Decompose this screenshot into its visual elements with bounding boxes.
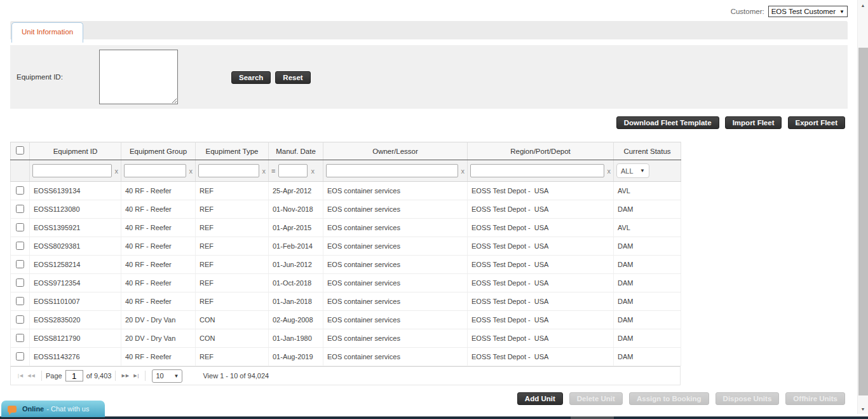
row-checkbox[interactable] bbox=[16, 223, 24, 231]
scrollbar-thumb[interactable] bbox=[858, 48, 868, 395]
scroll-down-icon[interactable]: ▼ bbox=[858, 404, 868, 414]
units-table: Equipment ID Equipment Group Equpiment T… bbox=[10, 142, 681, 366]
table-row[interactable]: EOSS8121790 20 DV - Dry Van CON 01-Jan-1… bbox=[11, 329, 681, 348]
table-row[interactable]: EOSS1143276 40 RF - Reefer REF 01-Aug-20… bbox=[11, 348, 681, 366]
filter-current-status-select[interactable]: ALL ▼ bbox=[616, 163, 649, 178]
tab-strip: Unit Information bbox=[10, 21, 848, 39]
cell-equipment-group: 40 RF - Reefer bbox=[121, 348, 196, 366]
chevron-down-icon: ▼ bbox=[174, 373, 179, 379]
clear-filter-equipment-type[interactable]: x bbox=[262, 167, 266, 175]
equipment-id-label: Equipment ID: bbox=[17, 73, 63, 81]
cell-manuf-date: 01-Aug-2019 bbox=[269, 348, 323, 366]
col-header-equipment-group[interactable]: Equipment Group bbox=[121, 142, 196, 160]
cell-manuf-date: 01-Jun-2012 bbox=[269, 256, 323, 274]
assign-to-booking-button[interactable]: Assign to Booking bbox=[629, 392, 709, 405]
cell-region-port-depot: EOSS Test Depot - USA bbox=[468, 292, 614, 311]
cell-current-status: DAM bbox=[614, 237, 681, 256]
row-checkbox[interactable] bbox=[16, 334, 24, 342]
col-header-manuf-date[interactable]: Manuf. Date bbox=[269, 142, 323, 160]
view-range-label: View 1 - 10 of 94,024 bbox=[203, 372, 269, 380]
cell-region-port-depot: EOSS Test Depot - USA bbox=[468, 274, 614, 292]
cell-current-status: AVL bbox=[614, 219, 681, 237]
filter-manuf-date-input[interactable] bbox=[278, 164, 308, 177]
cell-manuf-date: 01-Nov-2018 bbox=[269, 200, 323, 219]
cell-equipment-group: 20 DV - Dry Van bbox=[121, 311, 196, 329]
cell-equipment-group: 40 RF - Reefer bbox=[121, 256, 196, 274]
page-size-select[interactable]: 10 ▼ bbox=[152, 369, 182, 383]
cell-owner-lessor: EOS container services bbox=[323, 182, 468, 200]
select-all-cell bbox=[11, 142, 30, 160]
cell-equipment-group: 40 RF - Reefer bbox=[121, 292, 196, 311]
table-row[interactable]: EOSS9712354 40 RF - Reefer REF 01-Oct-20… bbox=[11, 274, 681, 292]
row-checkbox[interactable] bbox=[16, 242, 24, 250]
scroll-up-icon[interactable]: ▲ bbox=[858, 0, 868, 10]
col-header-current-status[interactable]: Current Status bbox=[614, 142, 681, 160]
pager-last-icon[interactable]: ▶| bbox=[132, 373, 141, 378]
clear-filter-manuf-date[interactable]: x bbox=[311, 167, 315, 175]
import-fleet-button[interactable]: Import Fleet bbox=[725, 116, 782, 129]
cell-region-port-depot: EOSS Test Depot - USA bbox=[468, 256, 614, 274]
page-number-input[interactable] bbox=[65, 370, 83, 381]
table-row[interactable]: EOSS2835020 20 DV - Dry Van CON 02-Aug-2… bbox=[11, 311, 681, 329]
delete-unit-button[interactable]: Delete Unit bbox=[569, 392, 623, 405]
cell-current-status: DAM bbox=[614, 200, 681, 219]
row-checkbox[interactable] bbox=[16, 315, 24, 324]
cell-current-status: DAM bbox=[614, 311, 681, 329]
cell-region-port-depot: EOSS Test Depot - USA bbox=[468, 311, 614, 329]
export-fleet-button[interactable]: Export Fleet bbox=[788, 116, 845, 129]
clear-filter-owner-lessor[interactable]: x bbox=[461, 167, 465, 175]
row-checkbox[interactable] bbox=[16, 297, 24, 305]
cell-equipment-type: REF bbox=[196, 237, 269, 256]
table-row[interactable]: EOSS1101007 40 RF - Reefer REF 01-Jan-20… bbox=[11, 292, 681, 311]
offhire-units-button[interactable]: Offhire Units bbox=[785, 392, 845, 405]
select-all-checkbox[interactable] bbox=[16, 146, 24, 155]
cell-equipment-id: EOSS6139134 bbox=[30, 182, 121, 200]
table-row[interactable]: EOSS8029381 40 RF - Reefer REF 01-Feb-20… bbox=[11, 237, 681, 256]
page-count-label: of 9,403 bbox=[86, 372, 112, 380]
col-header-region-port-depot[interactable]: Region/Port/Depot bbox=[468, 142, 614, 160]
actions-row: Add Unit Delete Unit Assign to Booking D… bbox=[10, 392, 848, 405]
row-checkbox[interactable] bbox=[16, 352, 24, 361]
chat-widget[interactable]: Online - Chat with us bbox=[1, 401, 105, 417]
vertical-scrollbar[interactable]: ▲ ▼ bbox=[857, 0, 868, 414]
row-checkbox[interactable] bbox=[16, 186, 24, 195]
cell-manuf-date: 01-Jan-2018 bbox=[269, 292, 323, 311]
clear-filter-equipment-group[interactable]: x bbox=[189, 167, 193, 175]
filter-region-port-depot-input[interactable] bbox=[470, 164, 604, 177]
cell-equipment-group: 40 RF - Reefer bbox=[121, 200, 196, 219]
reset-button[interactable]: Reset bbox=[275, 71, 310, 84]
table-row[interactable]: EOSS6139134 40 RF - Reefer REF 25-Apr-20… bbox=[11, 182, 681, 200]
download-fleet-template-button[interactable]: Download Fleet Template bbox=[616, 116, 719, 129]
cell-region-port-depot: EOSS Test Depot - USA bbox=[468, 200, 614, 219]
filter-equipment-type-input[interactable] bbox=[198, 164, 259, 177]
row-checkbox[interactable] bbox=[16, 205, 24, 213]
tab-unit-information[interactable]: Unit Information bbox=[11, 22, 83, 43]
clear-filter-region-port-depot[interactable]: x bbox=[607, 167, 611, 175]
row-checkbox[interactable] bbox=[16, 260, 24, 268]
dispose-units-button[interactable]: Dispose Units bbox=[715, 392, 780, 405]
filter-equipment-group-input[interactable] bbox=[124, 164, 186, 177]
pager-prev-icon[interactable]: ◀◀ bbox=[25, 373, 37, 378]
pager-first-icon[interactable]: |◀ bbox=[16, 373, 25, 378]
filter-owner-lessor-input[interactable] bbox=[326, 164, 458, 177]
row-checkbox-cell bbox=[11, 329, 30, 348]
table-row[interactable]: EOSS1258214 40 RF - Reefer REF 01-Jun-20… bbox=[11, 256, 681, 274]
search-button[interactable]: Search bbox=[231, 71, 271, 84]
cell-equipment-id: EOSS9712354 bbox=[30, 274, 121, 292]
row-checkbox-cell bbox=[11, 311, 30, 329]
row-checkbox[interactable] bbox=[16, 278, 24, 287]
filter-equipment-id-input[interactable] bbox=[32, 164, 112, 177]
col-header-equipment-type[interactable]: Equpiment Type bbox=[196, 142, 269, 160]
table-row[interactable]: EOSS1123080 40 RF - Reefer REF 01-Nov-20… bbox=[11, 200, 681, 219]
date-operator-label[interactable]: = bbox=[271, 167, 275, 175]
col-header-equipment-id[interactable]: Equipment ID bbox=[30, 142, 121, 160]
customer-select[interactable]: EOS Test Customer ▼ bbox=[768, 6, 848, 17]
equipment-id-input[interactable] bbox=[99, 50, 178, 104]
pager-next-icon[interactable]: ▶▶ bbox=[119, 373, 132, 378]
table-row[interactable]: EOSS1395921 40 RF - Reefer REF 01-Apr-20… bbox=[11, 219, 681, 237]
col-header-owner-lessor[interactable]: Owner/Lessor bbox=[323, 142, 468, 160]
cell-owner-lessor: EOS container services bbox=[323, 256, 468, 274]
clear-filter-equipment-id[interactable]: x bbox=[115, 167, 119, 175]
cell-owner-lessor: EOS container services bbox=[323, 311, 468, 329]
add-unit-button[interactable]: Add Unit bbox=[517, 392, 563, 405]
